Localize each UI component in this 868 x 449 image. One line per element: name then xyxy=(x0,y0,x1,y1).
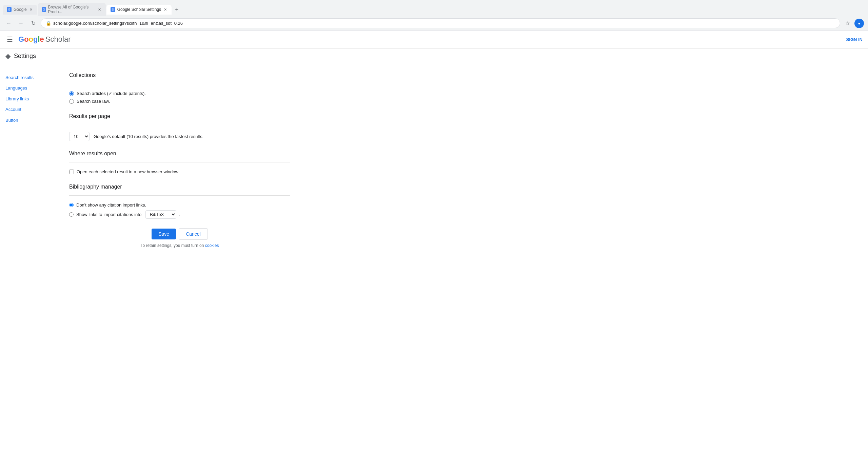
bibliography-title: Bibliography manager xyxy=(69,184,290,190)
tab-close-2[interactable]: ✕ xyxy=(97,7,102,13)
bibliography-show-citation-option: Show links to import citations into BibT… xyxy=(69,210,290,219)
new-window-option: Open each selected result in a new brows… xyxy=(69,169,290,174)
new-window-label: Open each selected result in a new brows… xyxy=(77,169,178,174)
tab-2[interactable]: G Browse All of Google's Produ... ✕ xyxy=(38,3,106,16)
sidebar: Search results Languages Library links A… xyxy=(0,72,54,125)
tab-close-1[interactable]: ✕ xyxy=(29,7,33,13)
tab-close-3[interactable]: ✕ xyxy=(163,7,167,13)
sign-in-button[interactable]: SIGN IN xyxy=(846,37,863,42)
url-text: scholar.google.com/scholar_settings?scii… xyxy=(53,21,835,26)
tab-bar: G Google ✕ G Browse All of Google's Prod… xyxy=(0,0,868,16)
collections-caselaw-option: Search case law. xyxy=(69,99,290,104)
cookies-link[interactable]: cookies xyxy=(205,243,219,248)
new-window-checkbox[interactable] xyxy=(69,170,74,174)
bookmark-button[interactable]: ☆ xyxy=(843,19,852,28)
content-area: Collections Search articles (✓ include p… xyxy=(61,72,298,446)
cookie-notice-text: To retain settings, you must turn on xyxy=(141,243,204,248)
forward-button[interactable]: → xyxy=(16,19,26,28)
bibliography-suffix: . xyxy=(179,212,180,217)
tab-favicon-3: S xyxy=(111,7,115,12)
bibliography-show-citation-radio[interactable] xyxy=(69,212,74,217)
action-buttons: Save Cancel xyxy=(69,228,290,240)
reload-button[interactable]: ↻ xyxy=(28,19,38,28)
tab-label-2: Browse All of Google's Produ... xyxy=(48,5,95,14)
sidebar-item-button[interactable]: Button xyxy=(5,115,49,125)
hamburger-icon[interactable]: ☰ xyxy=(5,34,14,45)
browser-actions: ☆ ● xyxy=(843,19,864,28)
sidebar-item-languages[interactable]: Languages xyxy=(5,83,49,93)
bibliography-show-citation-label: Show links to import citations into xyxy=(76,212,141,217)
collections-caselaw-radio[interactable] xyxy=(69,99,74,104)
tab-favicon-1: G xyxy=(7,7,12,12)
logo-g: G xyxy=(18,35,24,43)
sidebar-item-account[interactable]: Account xyxy=(5,104,49,115)
collections-section: Collections Search articles (✓ include p… xyxy=(69,72,290,104)
where-results-section: Where results open Open each selected re… xyxy=(69,151,290,174)
tab-label-1: Google xyxy=(14,7,27,12)
bibliography-divider xyxy=(69,195,290,196)
bibliography-format-select[interactable]: BibTeX EndNote RefMan RefWorks xyxy=(145,210,176,219)
collections-title: Collections xyxy=(69,72,290,78)
top-nav: ☰ Google Scholar SIGN IN xyxy=(0,31,868,48)
tab-3[interactable]: S Google Scholar Settings ✕ xyxy=(106,5,172,15)
collections-articles-radio[interactable] xyxy=(69,91,74,96)
logo-o2: o xyxy=(29,35,33,43)
address-bar: ← → ↻ 🔒 scholar.google.com/scholar_setti… xyxy=(0,16,868,30)
url-bar[interactable]: 🔒 scholar.google.com/scholar_settings?sc… xyxy=(41,18,840,28)
profile-button[interactable]: ● xyxy=(854,19,864,28)
results-per-page-select[interactable]: 10 20 xyxy=(69,132,90,141)
collections-divider xyxy=(69,84,290,84)
logo: Google Scholar xyxy=(18,35,71,44)
lock-icon: 🔒 xyxy=(46,21,51,26)
tab-1[interactable]: G Google ✕ xyxy=(3,5,37,15)
settings-title: Settings xyxy=(14,53,36,60)
where-results-title: Where results open xyxy=(69,151,290,157)
save-button[interactable]: Save xyxy=(152,229,176,239)
sidebar-item-search-results[interactable]: Search results xyxy=(5,72,49,83)
logo-o1: o xyxy=(24,35,28,43)
new-tab-button[interactable]: + xyxy=(172,5,181,15)
collections-caselaw-label: Search case law. xyxy=(77,99,110,104)
bibliography-section: Bibliography manager Don't show any cita… xyxy=(69,184,290,219)
collections-articles-option: Search articles (✓ include patents). xyxy=(69,91,290,96)
cancel-button[interactable]: Cancel xyxy=(179,228,208,240)
where-results-divider xyxy=(69,162,290,162)
bibliography-no-citation-radio[interactable] xyxy=(69,203,74,207)
back-button[interactable]: ← xyxy=(4,19,14,28)
logo-e: e xyxy=(40,35,44,43)
left-panel: Search results Languages Library links A… xyxy=(0,72,61,446)
bibliography-no-citation-label: Don't show any citation import links. xyxy=(76,202,146,208)
page: ☰ Google Scholar SIGN IN ◆ Settings Sear… xyxy=(0,31,868,449)
results-control: 10 20 Google's default (10 results) prov… xyxy=(69,132,290,141)
results-per-page-title: Results per page xyxy=(69,113,290,119)
tab-favicon-2: G xyxy=(42,7,46,12)
cookie-notice: To retain settings, you must turn on coo… xyxy=(69,243,290,248)
scholar-logo: Scholar xyxy=(45,35,71,44)
collections-articles-label: Search articles (✓ include patents). xyxy=(77,91,146,96)
results-note: Google's default (10 results) provides t… xyxy=(94,134,203,139)
tab-label-3: Google Scholar Settings xyxy=(117,7,161,12)
browser-chrome: G Google ✕ G Browse All of Google's Prod… xyxy=(0,0,868,31)
sidebar-item-library-links[interactable]: Library links xyxy=(5,94,49,104)
settings-header: ◆ Settings xyxy=(0,48,868,65)
results-per-page-divider xyxy=(69,125,290,125)
bibliography-no-citation-option: Don't show any citation import links. xyxy=(69,202,290,208)
main-content: Search results Languages Library links A… xyxy=(0,65,868,449)
settings-icon: ◆ xyxy=(5,52,11,60)
google-logo: Google xyxy=(18,35,44,44)
results-per-page-section: Results per page 10 20 Google's default … xyxy=(69,113,290,141)
logo-g2: g xyxy=(33,35,38,43)
